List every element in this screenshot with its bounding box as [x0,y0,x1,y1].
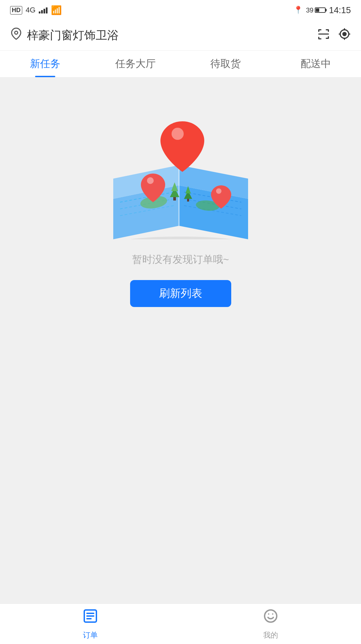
status-left: HD 4G 📶 [10,5,62,16]
svg-point-4 [344,33,345,34]
svg-point-34 [216,188,221,194]
header-left: 梓豪门窗灯饰卫浴 [10,28,119,43]
tab-delivering[interactable]: 配送中 [271,51,361,77]
scan-icon[interactable] [317,28,330,43]
battery-level: 39 [306,6,313,14]
nav-orders[interactable]: 订单 [0,608,181,640]
svg-point-39 [265,610,277,622]
main-content: 暂时没有发现订单哦~ 刷新列表 [0,78,361,604]
svg-rect-28 [187,199,189,202]
tab-pending-pickup[interactable]: 待取货 [181,51,271,77]
nav-orders-label: 订单 [83,630,98,640]
network-type: 4G [26,6,35,14]
status-bar: HD 4G 📶 📍 39 14:15 [0,0,361,20]
battery-icon: 39 [306,6,326,14]
nav-mine-label: 我的 [263,630,278,640]
empty-state-text: 暂时没有发现订单哦~ [132,253,229,267]
svg-point-32 [172,128,184,140]
camera-icon[interactable] [338,28,351,43]
tab-bar: 新任务 任务大厅 待取货 配送中 [0,51,361,78]
status-right: 📍 39 14:15 [294,5,351,16]
tab-task-hall[interactable]: 任务大厅 [90,51,181,77]
header-actions [317,28,351,43]
location-icon [10,28,22,43]
map-illustration [96,98,265,239]
nav-mine[interactable]: 我的 [181,608,361,640]
signal-icon [39,7,48,13]
mine-icon [263,608,279,627]
header: 梓豪门窗灯饰卫浴 [0,20,361,51]
svg-point-21 [120,237,241,239]
wifi-icon: 📶 [51,5,62,16]
orders-icon [82,608,98,627]
header-title: 梓豪门窗灯饰卫浴 [27,28,119,43]
tab-new-task[interactable]: 新任务 [0,51,90,77]
refresh-list-button[interactable]: 刷新列表 [130,280,231,307]
svg-rect-25 [173,197,176,201]
location-status-icon: 📍 [294,6,303,14]
bottom-nav: 订单 我的 [0,604,361,644]
svg-point-30 [147,177,154,184]
time-display: 14:15 [329,5,351,16]
svg-point-0 [15,31,18,34]
hd-badge: HD [10,6,22,14]
